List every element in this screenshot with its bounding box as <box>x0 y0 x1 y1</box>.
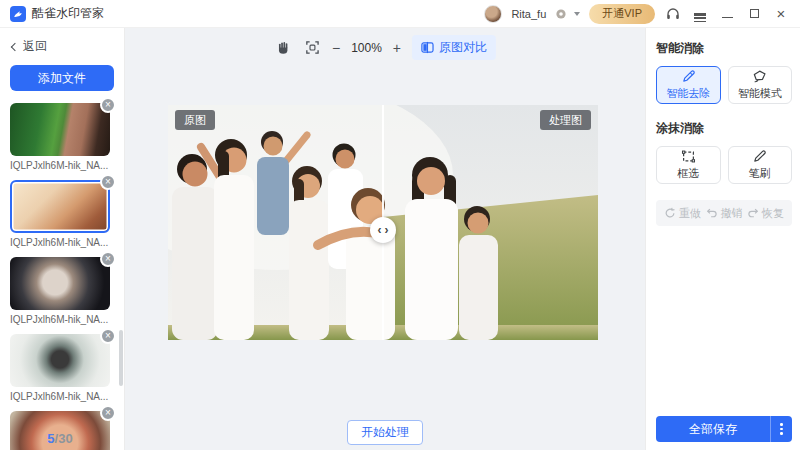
pan-hand-icon[interactable] <box>274 39 292 57</box>
brush-button[interactable]: 笔刷 <box>728 146 793 184</box>
smart-mode-button[interactable]: 智能模式 <box>728 66 793 104</box>
thumbnail-item[interactable]: × IQLPJxlh6M-hik_NA... <box>10 334 110 402</box>
lasso-icon <box>752 69 767 84</box>
thumbnail-item[interactable]: × IQLPJxlh6M-hik_NA... <box>10 103 110 171</box>
brush-label: 笔刷 <box>749 166 771 181</box>
canvas-toolbar: − 100% + 原图对比 <box>274 35 496 60</box>
file-sidebar: 返回 添加文件 × IQLPJxlh6M-hik_NA... × <box>0 28 125 450</box>
undo-arrow-icon <box>706 207 718 219</box>
chevron-left-icon <box>11 42 19 50</box>
box-select-button[interactable]: 框选 <box>656 146 721 184</box>
thumbnail-filename: IQLPJxlh6M-hik_NA... <box>10 160 110 171</box>
box-select-icon <box>681 149 696 164</box>
save-options-kebab-icon[interactable] <box>770 416 792 442</box>
thumbnail-image[interactable]: 5/30 <box>10 411 110 450</box>
save-all-button[interactable]: 全部保存 <box>656 416 792 442</box>
restore-label: 恢复 <box>762 206 784 221</box>
box-select-label: 框选 <box>677 166 699 181</box>
thumbnail-image[interactable] <box>10 334 110 387</box>
compare-split-icon <box>421 41 434 54</box>
remove-file-icon[interactable]: × <box>100 174 116 190</box>
restore-arrow-icon <box>747 207 759 219</box>
thumbnail-filename: IQLPJxlh6M-hik_NA... <box>10 391 110 402</box>
thumbnail-item[interactable]: × IQLPJxlh6M-hik_NA... <box>10 257 110 325</box>
handle-left-arrow-icon: ‹ <box>378 223 382 237</box>
thumbnail-image[interactable] <box>10 180 110 233</box>
add-file-button[interactable]: 添加文件 <box>10 65 114 91</box>
tools-panel: 智能消除 智能去除 智能模式 涂抹消除 框选 <box>645 28 800 450</box>
thumbnail-image[interactable] <box>10 257 110 310</box>
support-headset-icon[interactable] <box>664 5 682 23</box>
zoom-out-button[interactable]: − <box>332 41 340 55</box>
window-minimize-button[interactable] <box>718 5 736 23</box>
redo-circular-icon <box>664 207 676 219</box>
stock-watermark-count: 5/30 <box>47 430 72 445</box>
smart-remove-button[interactable]: 智能去除 <box>656 66 721 104</box>
app-title: 酷雀水印管家 <box>32 5 104 22</box>
thumbnail-filename: IQLPJxlh6M-hik_NA... <box>10 314 110 325</box>
sidebar-scrollbar[interactable] <box>119 330 123 386</box>
remove-file-icon[interactable]: × <box>100 405 116 421</box>
zoom-in-button[interactable]: + <box>393 41 401 55</box>
history-toolbar: 重做 撤销 恢复 <box>656 200 792 226</box>
undo-label: 撤销 <box>721 206 743 221</box>
smart-remove-label: 智能去除 <box>666 86 710 101</box>
handle-right-arrow-icon: › <box>385 223 389 237</box>
compare-original-button[interactable]: 原图对比 <box>412 35 496 60</box>
back-label: 返回 <box>23 38 47 55</box>
save-all-label: 全部保存 <box>656 421 770 438</box>
processed-badge: 处理图 <box>540 110 591 130</box>
remove-file-icon[interactable]: × <box>100 251 116 267</box>
pen-icon <box>681 69 696 84</box>
original-badge: 原图 <box>175 110 215 130</box>
thumbnail-list: × IQLPJxlh6M-hik_NA... × IQLPJxlh6M-hik_… <box>0 103 124 450</box>
member-badge-icon <box>555 8 567 20</box>
back-button[interactable]: 返回 <box>0 36 124 61</box>
redo-button[interactable]: 重做 <box>664 206 701 221</box>
open-vip-button[interactable]: 开通VIP <box>589 4 655 24</box>
smear-removal-section-title: 涂抹消除 <box>656 120 792 137</box>
compare-label: 原图对比 <box>439 39 487 56</box>
restore-button[interactable]: 恢复 <box>747 206 784 221</box>
compare-slider-handle[interactable]: ‹ › <box>370 217 396 243</box>
thumbnail-item[interactable]: × IQLPJxlh6M-hik_NA... <box>10 180 110 248</box>
remove-file-icon[interactable]: × <box>100 328 116 344</box>
window-maximize-button[interactable] <box>745 5 763 23</box>
thumbnail-item[interactable]: × 5/30 IQLPJxlh6M-hik_NA... <box>10 411 110 450</box>
brush-pen-icon <box>752 149 767 164</box>
comparison-stage[interactable]: 原图 处理图 ‹ › <box>168 105 598 340</box>
window-close-button[interactable]: × <box>772 5 790 23</box>
username: Rita_fu <box>511 8 546 20</box>
smart-removal-section-title: 智能消除 <box>656 40 792 57</box>
user-dropdown-caret-icon[interactable] <box>574 12 580 16</box>
remove-file-icon[interactable]: × <box>100 97 116 113</box>
editor-canvas: − 100% + 原图对比 <box>125 28 645 450</box>
smart-mode-label: 智能模式 <box>738 86 782 101</box>
undo-button[interactable]: 撤销 <box>706 206 743 221</box>
titlebar: 酷雀水印管家 Rita_fu 开通VIP × <box>0 0 800 28</box>
app-logo-icon <box>10 6 26 22</box>
thumbnail-image[interactable] <box>10 103 110 156</box>
menu-hamburger-icon[interactable] <box>691 5 709 23</box>
user-avatar[interactable] <box>484 5 502 23</box>
thumbnail-filename: IQLPJxlh6M-hik_NA... <box>10 237 110 248</box>
start-process-button[interactable]: 开始处理 <box>347 420 423 445</box>
fit-screen-icon[interactable] <box>303 39 321 57</box>
zoom-level: 100% <box>351 41 382 55</box>
redo-label: 重做 <box>679 206 701 221</box>
